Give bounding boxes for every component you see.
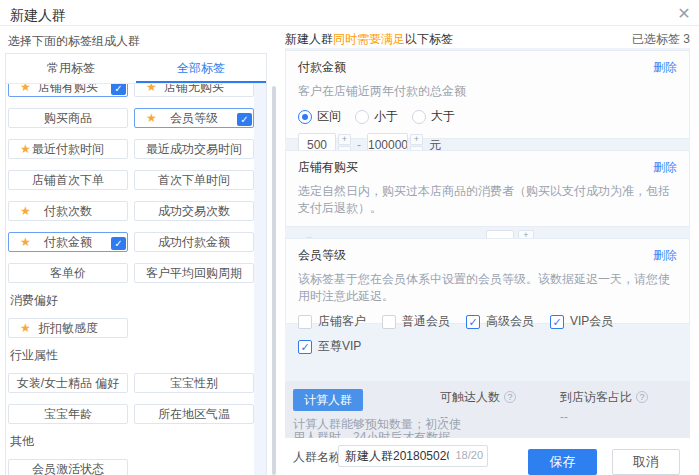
checkbox-icon [298,315,312,329]
dialog-titlebar: 新建人群 ✕ [0,0,699,26]
right-header-prefix: 新建人群 [285,32,333,46]
tag-label: 购买商品 [44,111,92,125]
tag-button[interactable]: 成功付款金额 [134,232,254,252]
tab-common-tags[interactable]: 常用标签 [6,54,136,83]
card-shop-purchase: 店铺有购买 删除 选定自然日内，购买过本店商品的消费者（购买以支付成功为准，包括… [285,150,690,227]
tag-button[interactable]: 购买商品 [8,108,128,128]
dialog-title: 新建人群 [10,7,66,25]
card-member-desc: 该标签基于您在会员体系中设置的会员等级。该数据延迟一天，请您使用时注意此延迟。 [298,271,677,305]
card-purchase-delete-link[interactable]: 删除 [653,159,677,176]
card-member-title: 会员等级 [298,248,346,262]
payment-radio[interactable]: 区间 [298,108,341,125]
tag-label: 店铺首次下单 [32,173,104,187]
tag-label: 首次下单时间 [158,173,230,187]
crowd-name-label: 人群名称 [293,449,341,466]
tag-label: 会员等级 [170,111,218,125]
card-payment-delete-link[interactable]: 删除 [653,59,677,76]
tag-list: ★店铺有购买✓★店铺无购买购买商品★会员等级✓★最近付款时间最近成功交易时间店铺… [6,84,254,475]
visit-help-icon[interactable]: ? [636,391,648,403]
tag-label: 客户平均回购周期 [146,266,242,280]
card-member-level: 会员等级 删除 该标签基于您在会员体系中设置的会员等级。该数据延迟一天，请您使用… [285,238,690,324]
tag-button[interactable]: ★会员等级✓ [134,108,254,128]
radio-label: 小于 [374,108,398,125]
tag-group-heading: 其他 [8,435,254,448]
tag-button[interactable]: ★付款次数 [8,201,128,221]
radio-label: 区间 [317,108,341,125]
tag-tabs: 常用标签 全部标签 [6,54,266,84]
checkbox-label: 普通会员 [402,313,450,330]
tag-label: 折扣敏感度 [38,321,98,335]
tag-label: 会员激活状态 [32,462,104,475]
checkbox-icon: ✓ [466,315,480,329]
tag-button[interactable]: ★店铺有购买✓ [8,84,128,97]
tag-button[interactable]: 宝宝年龄 [8,404,128,424]
tag-button[interactable]: 女装/女士精品 偏好 [8,373,128,393]
tag-label: 宝宝性别 [170,376,218,390]
favorite-star-icon: ★ [146,109,157,127]
tag-label: 成功付款金额 [158,235,230,249]
tag-button[interactable]: 成功交易次数 [134,201,254,221]
payment-radio-group: 区间小于大于 [298,108,677,125]
min-plus-button[interactable]: + [338,134,351,145]
checkbox-label: 店铺客户 [318,313,366,330]
tag-button[interactable]: 客单价 [8,263,128,283]
radio-icon [355,110,369,124]
max-plus-button[interactable]: + [410,134,423,145]
grid-filler [134,318,254,338]
tag-button[interactable]: 客户平均回购周期 [134,263,254,283]
visit-ratio-label: 到店访客占比? [560,389,648,406]
member-level-checkbox[interactable]: ✓高级会员 [466,313,550,330]
payment-radio[interactable]: 大于 [412,108,455,125]
card-purchase-desc: 选定自然日内，购买过本店商品的消费者（购买以支付成功为准，包括支付后退款）。 [298,183,677,217]
tag-group-heading: 消费偏好 [8,294,254,307]
member-checkbox-group: 店铺客户普通会员✓高级会员✓VIP会员✓至尊VIP [298,313,677,355]
favorite-star-icon: ★ [146,84,157,96]
tag-button[interactable]: 首次下单时间 [134,170,254,190]
close-icon[interactable]: ✕ [674,4,694,24]
radio-icon [412,110,426,124]
crowd-name-field-wrap: 18/20 [338,445,488,467]
tag-button[interactable]: ★付款金额✓ [8,232,128,252]
member-level-checkbox[interactable]: ✓至尊VIP [298,338,382,355]
scrollbar-thumb[interactable] [272,86,276,475]
tag-label: 店铺无购买 [164,84,224,94]
save-button[interactable]: 保存 [528,449,597,475]
calc-crowd-button[interactable]: 计算人群 [293,389,363,411]
card-payment-amount: 付款金额 删除 客户在店铺近两年付款的总金额 区间小于大于 500 + − - … [285,50,690,139]
tag-button[interactable]: ★折扣敏感度 [8,318,128,338]
tag-button[interactable]: 会员激活状态 [8,459,128,475]
card-member-delete-link[interactable]: 删除 [653,247,677,264]
tag-button[interactable]: ★店铺无购买 [134,84,254,97]
checkbox-label: VIP会员 [570,313,613,330]
radio-label: 大于 [431,108,455,125]
tag-button[interactable]: 店铺首次下单 [8,170,128,190]
save-row: 人群名称 18/20 保存 取消 [285,438,699,475]
tag-label: 付款次数 [44,204,92,218]
tag-scroll-area[interactable]: ★店铺有购买✓★店铺无购买购买商品★会员等级✓★最近付款时间最近成功交易时间店铺… [6,84,254,475]
payment-radio[interactable]: 小于 [355,108,398,125]
member-level-checkbox[interactable]: ✓VIP会员 [550,313,634,330]
favorite-star-icon: ★ [20,84,31,96]
favorite-star-icon: ★ [20,319,31,337]
member-level-checkbox[interactable]: 店铺客户 [298,313,382,330]
tag-button[interactable]: 所在地区气温 [134,404,254,424]
tag-button[interactable]: 宝宝性别 [134,373,254,393]
tag-button[interactable]: ★最近付款时间 [8,139,128,159]
left-instruction: 选择下面的标签组成人群 [8,33,140,50]
tag-label: 店铺有购买 [38,84,98,94]
tag-label: 最近成功交易时间 [146,142,242,156]
checkbox-icon: ✓ [298,340,312,354]
favorite-star-icon: ★ [20,140,31,158]
tab-all-tags[interactable]: 全部标签 [136,54,266,83]
scrollbar-track [254,84,266,475]
checkbox-label: 至尊VIP [318,338,361,355]
cancel-button[interactable]: 取消 [612,449,680,475]
tag-checked-icon: ✓ [237,113,252,126]
tag-button[interactable]: 最近成功交易时间 [134,139,254,159]
tag-group-heading: 行业属性 [8,349,254,362]
reach-help-icon[interactable]: ? [504,391,516,403]
tag-label: 所在地区气温 [158,407,230,421]
calc-footer: 计算人群 计算人群能够预知数量；初次使 用人群时，24小时后才有数据 可触达人数… [285,381,690,438]
member-level-checkbox[interactable]: 普通会员 [382,313,466,330]
checkbox-icon [382,315,396,329]
